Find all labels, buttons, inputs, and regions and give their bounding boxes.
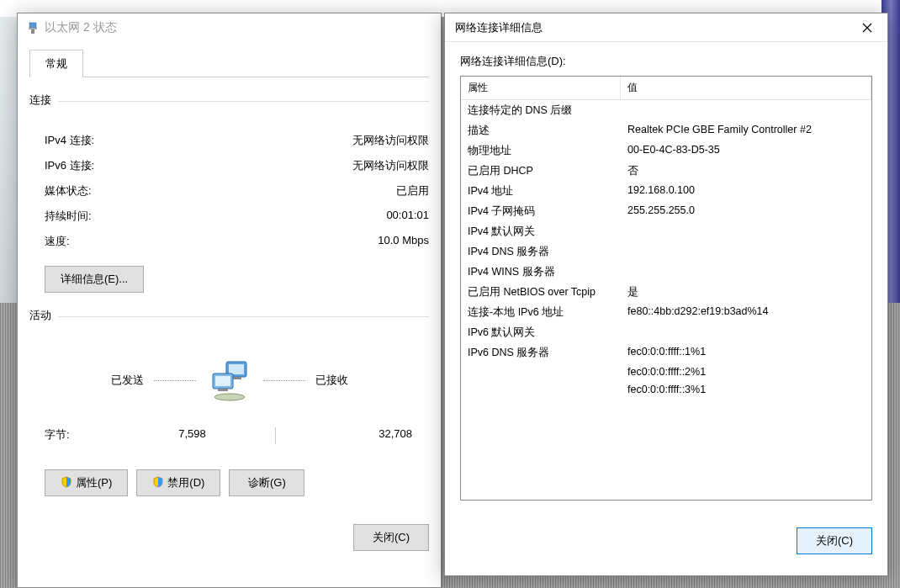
- property-cell: IPv6 默认网关: [461, 325, 621, 341]
- ipv6-conn-label: IPv6 连接:: [45, 158, 94, 173]
- ethernet-status-dialog: 以太网 2 状态 常规 连接 IPv4 连接: 无网络访问权限 IPv6 连接:…: [17, 13, 442, 588]
- list-item[interactable]: 物理地址00-E0-4C-83-D5-35: [461, 140, 871, 161]
- divider: [58, 101, 429, 102]
- list-item[interactable]: IPv4 子网掩码255.255.255.0: [461, 201, 871, 221]
- diagnose-button[interactable]: 诊断(G): [229, 469, 304, 496]
- list-item[interactable]: fec0:0:0:ffff::2%1: [461, 363, 871, 380]
- list-item[interactable]: 已启用 NetBIOS over Tcpip是: [461, 282, 871, 302]
- bg-left: [0, 17, 19, 303]
- property-cell: IPv4 子网掩码: [461, 204, 621, 220]
- value-cell: [621, 103, 871, 119]
- property-cell: IPv6 DNS 服务器: [461, 345, 621, 361]
- divider: [58, 316, 429, 317]
- property-cell: IPv4 WINS 服务器: [461, 264, 621, 280]
- list-item[interactable]: IPv4 WINS 服务器: [461, 262, 871, 282]
- value-cell: fec0:0:0:ffff::2%1: [621, 365, 871, 379]
- property-cell: 已启用 DHCP: [461, 163, 621, 179]
- value-cell: fec0:0:0:ffff::1%1: [621, 345, 871, 361]
- property-cell: 连接-本地 IPv6 地址: [461, 305, 621, 320]
- network-details-dialog: 网络连接详细信息 网络连接详细信息(D): 属性 值 连接特定的 DNS 后缀描…: [444, 13, 888, 576]
- activity-line: [154, 380, 196, 381]
- value-cell: 192.168.0.100: [621, 183, 871, 199]
- details-titlebar[interactable]: 网络连接详细信息: [445, 13, 887, 42]
- received-label: 已接收: [315, 373, 348, 388]
- property-cell: IPv4 地址: [461, 183, 621, 199]
- computers-icon: [206, 357, 253, 404]
- sent-label: 已发送: [111, 373, 144, 388]
- value-cell: fec0:0:0:ffff::3%1: [621, 383, 871, 396]
- details-list[interactable]: 属性 值 连接特定的 DNS 后缀描述Realtek PCIe GBE Fami…: [460, 76, 872, 501]
- bytes-label: 字节:: [45, 427, 70, 444]
- col-value[interactable]: 值: [621, 77, 871, 99]
- shield-icon: [61, 476, 72, 488]
- svg-rect-2: [29, 28, 37, 29]
- ipv4-conn-label: IPv4 连接:: [45, 133, 94, 148]
- property-cell: 连接特定的 DNS 后缀: [461, 103, 621, 119]
- bytes-received-value: 32,708: [345, 427, 412, 444]
- value-cell: [621, 224, 871, 240]
- status-titlebar[interactable]: 以太网 2 状态: [18, 13, 441, 42]
- section-connection-label: 连接: [29, 93, 51, 108]
- property-cell: 已启用 NetBIOS over Tcpip: [461, 284, 621, 300]
- value-cell: Realtek PCIe GBE Family Controller #2: [621, 123, 871, 139]
- disable-label: 禁用(D): [167, 476, 204, 489]
- close-icon[interactable]: [847, 14, 887, 41]
- property-cell: 物理地址: [461, 143, 621, 159]
- svg-rect-4: [229, 364, 244, 374]
- speed-value: 10.0 Mbps: [378, 234, 429, 249]
- value-cell: fe80::4bb:d292:ef19:b3ad%14: [621, 305, 871, 320]
- property-cell: IPv4 默认网关: [461, 224, 621, 240]
- value-cell: 00-E0-4C-83-D5-35: [621, 143, 871, 159]
- list-item[interactable]: 连接-本地 IPv6 地址fe80::4bb:d292:ef19:b3ad%14: [461, 302, 871, 322]
- properties-button[interactable]: 属性(P): [45, 469, 128, 496]
- list-item[interactable]: IPv4 地址192.168.0.100: [461, 181, 871, 201]
- status-close-button[interactable]: 关闭(C): [353, 524, 429, 551]
- property-cell: IPv4 DNS 服务器: [461, 244, 621, 260]
- value-cell: 否: [621, 163, 871, 179]
- list-item[interactable]: IPv6 默认网关: [461, 322, 871, 342]
- svg-rect-8: [218, 389, 228, 391]
- list-item[interactable]: IPv4 DNS 服务器: [461, 241, 871, 262]
- property-cell: [461, 383, 621, 396]
- tab-general[interactable]: 常规: [29, 50, 83, 77]
- properties-label: 属性(P): [76, 476, 112, 489]
- list-item[interactable]: fec0:0:0:ffff::3%1: [461, 380, 871, 398]
- grid-header: 属性 值: [461, 77, 871, 100]
- bytes-sent-value: 7,598: [139, 427, 206, 444]
- duration-label: 持续时间:: [45, 209, 92, 224]
- value-cell: [621, 325, 871, 341]
- disable-button[interactable]: 禁用(D): [136, 469, 220, 496]
- stat-divider: [275, 427, 276, 444]
- status-title: 以太网 2 状态: [45, 20, 117, 35]
- tab-strip: 常规: [29, 49, 429, 77]
- list-item[interactable]: IPv4 默认网关: [461, 221, 871, 241]
- value-cell: 是: [621, 284, 871, 300]
- speed-label: 速度:: [45, 234, 70, 249]
- value-cell: [621, 264, 871, 280]
- ipv4-conn-value: 无网络访问权限: [352, 133, 429, 148]
- media-state-value: 已启用: [396, 183, 429, 199]
- details-button[interactable]: 详细信息(E)...: [45, 266, 144, 293]
- details-close-button[interactable]: 关闭(C): [797, 527, 872, 554]
- details-title: 网络连接详细信息: [455, 20, 543, 35]
- details-heading: 网络连接详细信息(D):: [460, 54, 872, 69]
- property-cell: 描述: [461, 123, 621, 139]
- col-property[interactable]: 属性: [461, 77, 621, 99]
- list-item[interactable]: 已启用 DHCP否: [461, 161, 871, 181]
- svg-rect-0: [29, 23, 36, 28]
- svg-rect-1: [31, 29, 34, 34]
- list-item[interactable]: 连接特定的 DNS 后缀: [461, 100, 871, 120]
- property-cell: [461, 365, 621, 379]
- shield-icon: [152, 476, 164, 488]
- network-adapter-icon: [26, 21, 40, 34]
- svg-rect-7: [215, 376, 230, 386]
- activity-line: [263, 380, 305, 381]
- duration-value: 00:01:01: [386, 209, 429, 224]
- list-item[interactable]: 描述Realtek PCIe GBE Family Controller #2: [461, 120, 871, 140]
- value-cell: 255.255.255.0: [621, 204, 871, 220]
- section-activity-label: 活动: [29, 308, 51, 323]
- list-item[interactable]: IPv6 DNS 服务器fec0:0:0:ffff::1%1: [461, 342, 871, 363]
- svg-point-9: [214, 394, 245, 400]
- ipv6-conn-value: 无网络访问权限: [352, 158, 429, 173]
- value-cell: [621, 244, 871, 260]
